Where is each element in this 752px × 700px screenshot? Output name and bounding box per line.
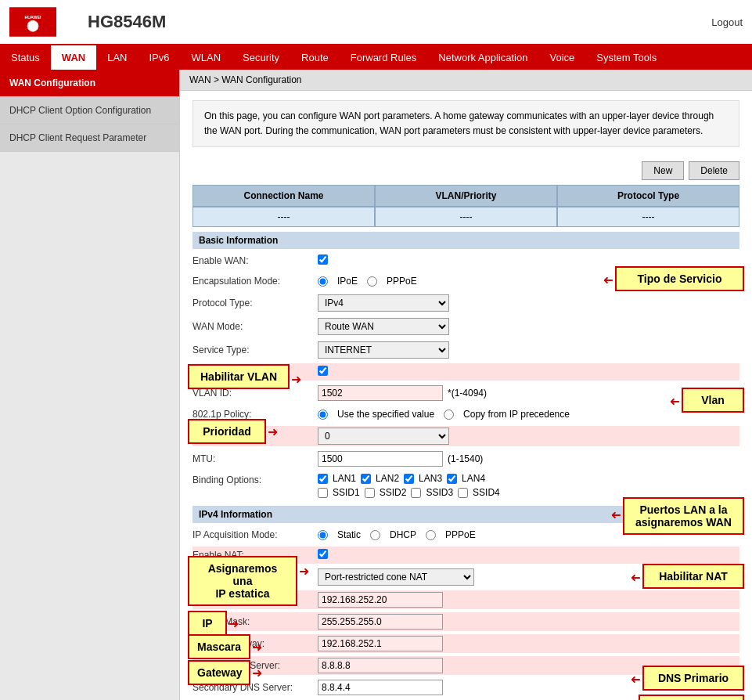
lan4-checkbox[interactable] <box>447 474 457 484</box>
basic-info-title: Basic Information <box>192 232 739 249</box>
callout-mascara: Mascara <box>188 634 250 659</box>
callout-habilitar-nat: Habilitar NAT <box>642 564 744 589</box>
mtu-hint: (1-1540) <box>448 453 483 464</box>
ip-pppoe-label: PPPoE <box>445 529 476 540</box>
ip-dhcp-radio[interactable] <box>370 530 380 540</box>
ip-dhcp-label: DHCP <box>390 529 416 540</box>
enable-nat-checkbox[interactable] <box>318 549 328 559</box>
protocol-type-select[interactable]: IPv4 IPv6 IPv4/IPv6 <box>318 294 449 312</box>
encap-ipoE-label: IPoE <box>337 276 358 287</box>
encapsulation-label: Encapsulation Mode: <box>192 274 318 288</box>
lan3-checkbox[interactable] <box>404 474 414 484</box>
ssid2-checkbox[interactable] <box>365 488 375 498</box>
logo-area: HUAWEI <box>9 6 56 38</box>
sidebar-item-wan-config[interactable]: WAN Configuration <box>0 70 179 97</box>
enable-wan-label: Enable WAN: <box>192 254 318 268</box>
arrow-vlan: ➜ <box>670 394 680 409</box>
arrow-puertos-lan: ➜ <box>611 507 621 522</box>
col-header-connection-name: Connection Name <box>192 185 375 207</box>
lan1-checkbox[interactable] <box>318 474 328 484</box>
arrow-dns-primario: ➜ <box>631 672 641 687</box>
cell-protocol-type: ---- <box>557 207 739 227</box>
nav-lan[interactable]: LAN <box>96 45 138 70</box>
nav-route[interactable]: Route <box>290 45 340 70</box>
delete-button[interactable]: Delete <box>689 161 739 180</box>
arrow-ip: ➜ <box>228 616 239 631</box>
callout-asignar-ip: Asignaremos una IP estatica <box>188 556 297 606</box>
lan1-label: LAN1 <box>333 473 356 484</box>
wan-mode-label: WAN Mode: <box>192 319 318 334</box>
callout-habilitar-vlan: Habilitar VLAN <box>188 364 290 389</box>
ssid4-label: SSID4 <box>473 487 500 498</box>
protocol-type-label: Protocol Type: <box>192 296 318 310</box>
ip-static-label: Static <box>337 529 361 540</box>
encap-pppoe-radio[interactable] <box>367 276 377 287</box>
ip-static-radio[interactable] <box>318 530 328 540</box>
lan3-label: LAN3 <box>419 473 442 484</box>
huawei-logo: HUAWEI <box>9 6 56 38</box>
primary-dns-input[interactable] <box>318 658 443 673</box>
policy-value-select[interactable]: 0123 4567 <box>318 428 449 445</box>
nat-type-select[interactable]: Port-restricted cone NAT Full cone NAT S… <box>318 568 474 586</box>
lan4-label: LAN4 <box>462 473 485 484</box>
service-type-select[interactable]: INTERNET OTHER TR069 VOIP <box>318 341 449 359</box>
col-header-vlan-priority: VLAN/Priority <box>375 185 557 207</box>
policy-copy-ip-label: Copy from IP precedence <box>463 409 570 420</box>
wan-mode-select[interactable]: Route WAN Bridge WAN <box>318 318 449 335</box>
encap-ipoE-radio[interactable] <box>318 276 328 287</box>
mtu-input[interactable] <box>318 451 443 467</box>
ssid2-label: SSID2 <box>380 487 407 498</box>
default-gateway-input[interactable] <box>318 636 443 651</box>
ssid1-label: SSID1 <box>333 487 360 498</box>
arrow-mascara: ➜ <box>252 640 262 655</box>
subnet-mask-input[interactable] <box>318 614 443 630</box>
svg-text:HUAWEI: HUAWEI <box>25 15 42 20</box>
sidebar-item-dhcp-request[interactable]: DHCP Client Request Parameter <box>0 124 179 152</box>
ssid1-checkbox[interactable] <box>318 488 328 498</box>
callout-dns-primario: DNS Primario <box>642 666 744 691</box>
breadcrumb: WAN > WAN Configuration <box>180 70 752 91</box>
nav-voice[interactable]: Voice <box>538 45 585 70</box>
nav-wan[interactable]: WAN <box>51 45 96 70</box>
callout-dns-secundario: DNS Secundario <box>639 695 744 700</box>
nav-ipv6[interactable]: IPv6 <box>139 45 181 70</box>
logout-button[interactable]: Logout <box>711 16 743 28</box>
main-content: WAN > WAN Configuration On this page, yo… <box>180 70 752 700</box>
callout-vlan: Vlan <box>682 388 744 413</box>
main-nav: Status WAN LAN IPv6 WLAN Security Route … <box>0 45 752 70</box>
policy-use-specified-label: Use the specified value <box>337 409 434 420</box>
enable-vlan-checkbox[interactable] <box>318 366 328 376</box>
arrow-asignar-ip: ➜ <box>299 564 309 579</box>
nav-wlan[interactable]: WLAN <box>181 45 232 70</box>
enable-wan-checkbox[interactable] <box>318 254 328 265</box>
nav-forward-rules[interactable]: Forward Rules <box>340 45 428 70</box>
ip-address-input[interactable] <box>318 592 443 608</box>
sidebar-item-dhcp-option[interactable]: DHCP Client Option Configuration <box>0 97 179 124</box>
nav-network-application[interactable]: Network Application <box>427 45 538 70</box>
arrow-gateway: ➜ <box>252 666 262 680</box>
callout-puertos-lan: Puertos LAN a la asignaremos WAN <box>623 497 744 535</box>
ip-pppoe-radio[interactable] <box>426 530 436 540</box>
lan2-checkbox[interactable] <box>361 474 371 484</box>
nav-security[interactable]: Security <box>232 45 290 70</box>
binding-label: Binding Options: <box>192 473 318 487</box>
secondary-dns-input[interactable] <box>318 680 443 695</box>
policy-use-specified-radio[interactable] <box>318 410 328 420</box>
table-row: ---- ---- ---- <box>192 207 739 227</box>
new-button[interactable]: New <box>642 161 684 180</box>
service-type-label: Service Type: <box>192 343 318 357</box>
cell-connection-name: ---- <box>192 207 375 227</box>
callout-gateway: Gateway <box>188 660 250 685</box>
ssid3-label: SSID3 <box>426 487 453 498</box>
arrow-prioridad: ➜ <box>268 424 278 439</box>
arrow-habilitar-vlan: ➜ <box>291 372 301 387</box>
cell-vlan-priority: ---- <box>375 207 557 227</box>
policy-copy-ip-radio[interactable] <box>444 410 454 420</box>
ssid4-checkbox[interactable] <box>458 488 468 498</box>
vlan-id-input[interactable] <box>318 385 443 401</box>
ssid3-checkbox[interactable] <box>411 488 421 498</box>
callout-tipo-servicio: Tipo de Servicio <box>615 266 744 291</box>
arrow-tipo-servicio: ➜ <box>603 272 613 287</box>
nav-status[interactable]: Status <box>0 45 51 70</box>
nav-system-tools[interactable]: System Tools <box>585 45 667 70</box>
